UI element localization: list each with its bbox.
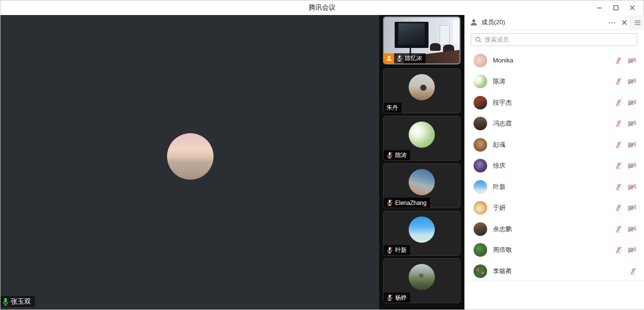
- member-status-icons: [615, 204, 637, 212]
- minimize-button[interactable]: [591, 0, 608, 15]
- member-row[interactable]: 冯志霞: [465, 113, 644, 135]
- member-row[interactable]: 余志鹏: [465, 218, 644, 240]
- camera-muted-icon: [628, 204, 637, 211]
- mic-muted-icon: [386, 199, 393, 206]
- member-name: 冯志霞: [493, 119, 615, 128]
- member-avatar: [474, 243, 487, 257]
- member-row[interactable]: Monika: [465, 50, 644, 71]
- content-area: 张玉双 陈忆浓: [0, 15, 644, 310]
- member-row[interactable]: 李懿蔺: [465, 261, 644, 280]
- speaker-name: 张玉双: [11, 297, 31, 306]
- member-avatar: [474, 117, 487, 130]
- mic-muted-icon: [629, 267, 637, 275]
- member-avatar: [474, 96, 487, 109]
- member-name: Monika: [493, 57, 615, 64]
- video-thumbnail[interactable]: 朱丹: [383, 68, 460, 113]
- panel-actions: [608, 15, 627, 30]
- member-name: 段宇杰: [493, 98, 615, 107]
- member-row[interactable]: 陈涛: [465, 71, 644, 93]
- member-status-icons: [615, 141, 637, 149]
- member-status-icons: [615, 225, 637, 233]
- window-title: 腾讯会议: [308, 3, 336, 12]
- member-avatar: [474, 159, 487, 172]
- participant-avatar: [409, 169, 435, 195]
- member-avatar: [474, 138, 487, 152]
- member-row[interactable]: 彭彧: [465, 134, 644, 155]
- search-members-input[interactable]: [485, 36, 633, 43]
- mic-muted-icon: [615, 183, 622, 191]
- maximize-button[interactable]: [608, 0, 624, 15]
- participant-name-label: 叶新: [383, 245, 410, 255]
- panel-footer: [465, 280, 644, 310]
- mic-muted-icon: [396, 55, 403, 62]
- thumbnail-strip[interactable]: 陈忆浓 朱丹: [379, 15, 464, 310]
- camera-muted-icon: [628, 99, 637, 106]
- member-avatar: [474, 54, 487, 67]
- app-window: 腾讯会议: [0, 0, 644, 310]
- camera-muted-icon: [628, 120, 637, 127]
- member-avatar: [474, 201, 487, 215]
- member-name: 余志鹏: [493, 225, 615, 233]
- minimize-icon: [597, 5, 602, 11]
- participant-avatar: [409, 264, 435, 290]
- member-avatar: [474, 222, 487, 236]
- member-status-icons: [615, 57, 637, 64]
- mic-on-icon: [1, 297, 10, 306]
- search-area: [465, 30, 644, 49]
- host-badge-icon: [384, 53, 394, 63]
- camera-muted-icon: [628, 226, 637, 232]
- member-status-icons: [615, 246, 637, 254]
- member-avatar: [474, 180, 487, 194]
- camera-muted-icon: [628, 141, 637, 148]
- member-row[interactable]: 段宇杰: [465, 92, 644, 113]
- mic-muted-icon: [615, 99, 622, 107]
- video-thumbnail[interactable]: 叶新: [383, 211, 460, 256]
- window-controls: [591, 0, 641, 15]
- member-name: 彭彧: [493, 140, 615, 149]
- camera-muted-icon: [628, 78, 637, 85]
- member-row[interactable]: 徐庆: [465, 155, 644, 177]
- mic-muted-icon: [615, 225, 622, 233]
- member-name: 周倍敬: [493, 246, 615, 254]
- maximize-icon: [613, 5, 619, 11]
- mic-muted-icon: [615, 120, 622, 127]
- members-panel: 成员(20): [464, 15, 644, 310]
- close-window-button[interactable]: [624, 0, 641, 15]
- search-icon: [475, 36, 482, 43]
- members-panel-title: 成员(20): [481, 18, 505, 27]
- member-name: 于妍: [493, 203, 615, 212]
- mic-muted-icon: [615, 246, 622, 254]
- camera-muted-icon: [628, 57, 637, 64]
- members-icon: [470, 18, 478, 26]
- panel-menu-button[interactable]: [630, 15, 644, 30]
- speaker-avatar: [167, 133, 214, 180]
- search-box[interactable]: [471, 33, 637, 46]
- mic-muted-icon: [615, 162, 622, 170]
- main-video-stage[interactable]: 张玉双: [0, 15, 379, 310]
- member-status-icons: [629, 267, 637, 275]
- participant-name: 陈忆浓: [405, 54, 422, 62]
- more-options-icon[interactable]: [608, 21, 616, 24]
- camera-muted-icon: [628, 184, 637, 190]
- close-panel-icon[interactable]: [622, 20, 627, 25]
- camera-muted-icon: [628, 247, 637, 253]
- mic-muted-icon: [615, 141, 622, 149]
- member-row[interactable]: 周倍敬: [465, 240, 644, 261]
- member-avatar: [474, 75, 487, 88]
- participant-name: 陈涛: [395, 151, 407, 159]
- close-window-icon: [629, 5, 635, 11]
- video-thumbnail[interactable]: 杨婷: [383, 258, 460, 303]
- participant-name: 杨婷: [395, 294, 407, 302]
- member-status-icons: [615, 183, 637, 191]
- member-status-icons: [615, 120, 637, 127]
- member-row[interactable]: 叶新: [465, 176, 644, 198]
- video-thumbnail[interactable]: 陈涛: [383, 116, 460, 161]
- member-name: 徐庆: [493, 161, 615, 170]
- member-row[interactable]: 于妍: [465, 198, 644, 219]
- video-thumbnail[interactable]: 陈忆浓: [383, 16, 460, 64]
- video-thumbnail[interactable]: ElenaZhang: [383, 163, 460, 208]
- member-status-icons: [615, 162, 637, 170]
- participant-name: 叶新: [395, 246, 407, 254]
- member-list[interactable]: Monika 陈涛 段宇杰: [465, 49, 644, 280]
- participant-name: ElenaZhang: [395, 200, 427, 206]
